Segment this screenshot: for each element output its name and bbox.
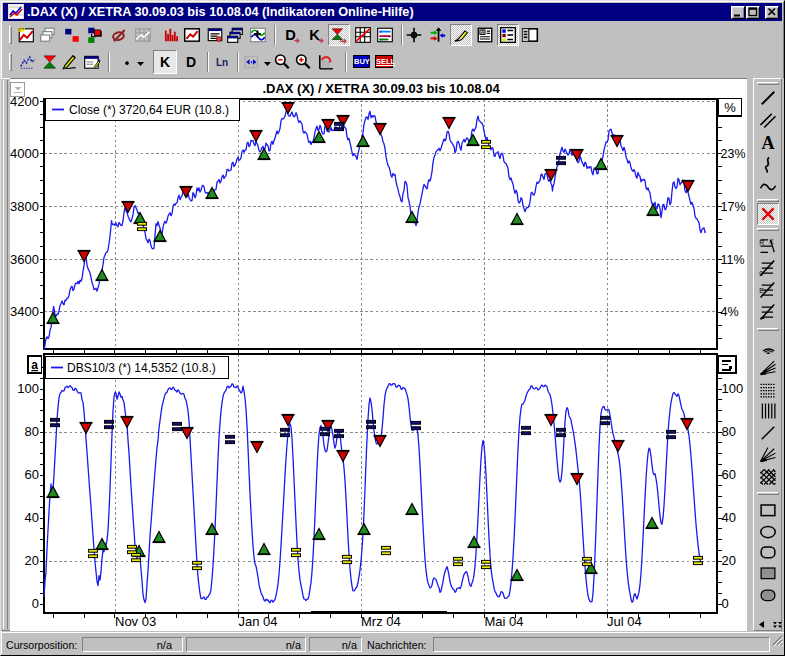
svg-text:60: 60 xyxy=(722,467,736,482)
svg-text:Mai 04: Mai 04 xyxy=(485,614,524,629)
svg-text:17%: 17% xyxy=(721,200,746,214)
svg-text:0: 0 xyxy=(32,596,39,611)
svg-text:0: 0 xyxy=(722,596,729,611)
svg-text:20: 20 xyxy=(25,553,39,568)
svg-text:Mrz 04: Mrz 04 xyxy=(361,614,401,629)
svg-text:Jan 04: Jan 04 xyxy=(239,614,278,629)
svg-text:20: 20 xyxy=(722,553,736,568)
svg-text:3800: 3800 xyxy=(10,199,39,214)
svg-text:40: 40 xyxy=(25,510,39,525)
svg-text:R: R xyxy=(759,239,764,246)
svg-text:4000: 4000 xyxy=(10,146,39,161)
svg-text:D: D xyxy=(285,27,296,43)
svg-text:100: 100 xyxy=(722,381,744,396)
svg-text:4%: 4% xyxy=(721,305,739,319)
svg-text:11%: 11% xyxy=(721,253,745,267)
svg-text:Jul 04: Jul 04 xyxy=(607,614,642,629)
svg-text:A: A xyxy=(481,29,485,35)
svg-text:40: 40 xyxy=(722,510,736,525)
svg-text:A: A xyxy=(761,133,774,153)
svg-text:Close (*) 3720,64 EUR (10.8.): Close (*) 3720,64 EUR (10.8.) xyxy=(69,103,229,117)
svg-text:%: % xyxy=(724,100,736,115)
svg-text:DBS10/3 (*) 14,5352 (10.8.): DBS10/3 (*) 14,5352 (10.8.) xyxy=(67,361,216,375)
svg-text:60: 60 xyxy=(25,467,39,482)
svg-text:3600: 3600 xyxy=(10,252,39,267)
svg-text:3400: 3400 xyxy=(10,304,39,319)
svg-text:a: a xyxy=(31,358,38,372)
svg-text:100: 100 xyxy=(17,381,39,396)
svg-text:Nov 03: Nov 03 xyxy=(115,614,156,629)
svg-text:23%: 23% xyxy=(721,147,746,161)
svg-text:80: 80 xyxy=(25,424,39,439)
svg-text:80: 80 xyxy=(722,424,736,439)
svg-text:E: E xyxy=(759,287,764,294)
svg-text:.DAX (X) / XETRA 30.09.03 bis: .DAX (X) / XETRA 30.09.03 bis 10.08.04 xyxy=(262,81,500,96)
